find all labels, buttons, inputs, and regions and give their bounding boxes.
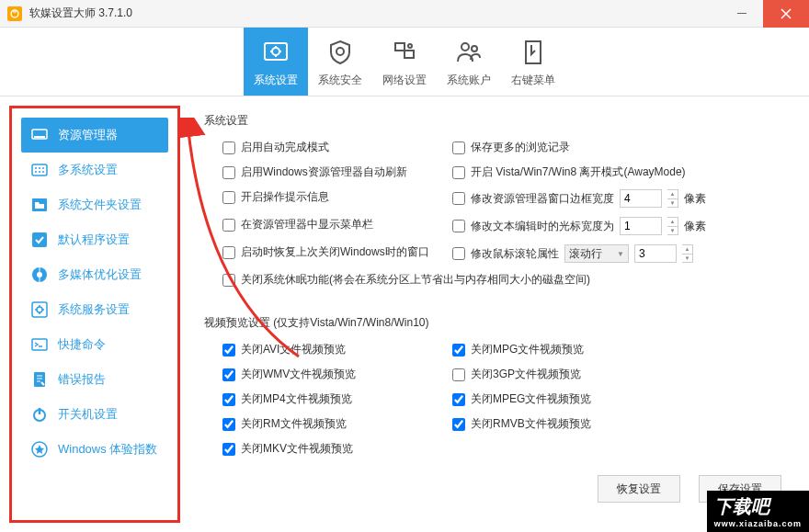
- chk-label: 修改鼠标滚轮属性: [471, 246, 559, 262]
- sidebar-item-label: 快捷命令: [58, 336, 106, 353]
- star-icon: [30, 440, 49, 458]
- sidebar-item-label: 系统服务设置: [58, 301, 130, 318]
- command-icon: [30, 335, 49, 354]
- grid-icon: [30, 161, 49, 179]
- sidebar-item-label: 多系统设置: [58, 162, 118, 178]
- tab-label: 网络设置: [382, 73, 427, 88]
- title-bar: 软媒设置大师 3.7.1.0: [0, 0, 809, 28]
- chk-show-menubar[interactable]: 在资源管理器中显示菜单栏: [222, 217, 452, 232]
- tab-network-settings[interactable]: 网络设置: [372, 28, 437, 96]
- sidebar-item-explorer[interactable]: 资源管理器: [21, 118, 168, 153]
- chk-label: 启用Windows资源管理器自动刷新: [241, 164, 407, 180]
- power-icon: [30, 405, 49, 424]
- tab-label: 系统账户: [447, 73, 491, 88]
- input-border-width[interactable]: [620, 189, 662, 208]
- app-title: 软媒设置大师 3.7.1.0: [29, 6, 132, 21]
- spinner[interactable]: ▲▼: [667, 189, 678, 208]
- sidebar-item-folders[interactable]: 系统文件夹设置: [21, 187, 168, 222]
- chk-mkv-preview[interactable]: 关闭MKV文件视频预览: [222, 441, 452, 457]
- sidebar-item-multimedia[interactable]: 多媒体优化设置: [21, 257, 168, 292]
- spinner[interactable]: ▲▼: [667, 217, 678, 235]
- svg-rect-4: [395, 43, 404, 51]
- app-logo: [7, 6, 22, 21]
- sidebar-item-shortcuts[interactable]: 快捷命令: [21, 327, 168, 362]
- chk-mp4-preview[interactable]: 关闭MP4文件视频预览: [222, 391, 452, 407]
- chk-wheel-props[interactable]: 修改鼠标滚轮属性: [452, 246, 559, 262]
- sidebar: 资源管理器 多系统设置 系统文件夹设置 默认程序设置 多媒体优化设置 系统服务设…: [9, 106, 180, 523]
- chk-label: 关闭系统休眠功能(将会在系统分区上节省出与内存相同大小的磁盘空间): [241, 272, 590, 288]
- network-icon: [390, 36, 419, 69]
- tab-context-menu[interactable]: 右键菜单: [501, 28, 565, 96]
- sidebar-item-services[interactable]: 系统服务设置: [21, 292, 168, 327]
- svg-rect-23: [32, 302, 47, 317]
- input-wheel-lines[interactable]: [634, 244, 677, 263]
- chk-label: 关闭WMV文件视频预览: [241, 367, 356, 382]
- close-button[interactable]: [763, 0, 809, 28]
- svg-point-18: [42, 171, 44, 173]
- tab-system-accounts[interactable]: 系统账户: [437, 28, 501, 96]
- section-title-system: 系统设置: [204, 113, 791, 129]
- svg-point-6: [408, 44, 412, 48]
- svg-point-14: [39, 167, 40, 169]
- chk-label: 关闭MP4文件视频预览: [241, 391, 352, 407]
- chk-save-more-history[interactable]: 保存更多的浏览记录: [452, 140, 570, 155]
- chk-label: 关闭AVI文件视频预览: [241, 342, 346, 357]
- chk-wmv-preview[interactable]: 关闭WMV文件视频预览: [222, 367, 452, 382]
- disc-icon: [30, 266, 49, 284]
- watermark: 下载吧 www.xiazaiba.com: [707, 491, 809, 532]
- minimize-button[interactable]: [721, 0, 763, 28]
- monitor-icon: [30, 126, 49, 144]
- sidebar-item-experience-index[interactable]: Windows 体验指数: [21, 432, 168, 467]
- chk-disable-hibernate[interactable]: 关闭系统休眠功能(将会在系统分区上节省出与内存相同大小的磁盘空间): [222, 272, 590, 288]
- chk-auto-refresh[interactable]: 启用Windows资源管理器自动刷新: [222, 164, 452, 180]
- chk-label: 修改文本编辑时的光标宽度为: [471, 219, 614, 234]
- svg-point-15: [42, 167, 44, 169]
- input-cursor-width[interactable]: [620, 217, 662, 235]
- report-icon: [30, 370, 49, 389]
- svg-point-16: [35, 171, 37, 173]
- svg-point-8: [472, 46, 477, 51]
- gear-icon: [261, 36, 291, 69]
- svg-point-13: [35, 167, 37, 169]
- sidebar-item-default-programs[interactable]: 默认程序设置: [21, 222, 168, 257]
- sidebar-item-label: 错误报告: [58, 371, 106, 388]
- chk-mpeg-preview[interactable]: 关闭MPEG文件视频预览: [452, 391, 591, 407]
- chk-cursor-width[interactable]: 修改文本编辑时的光标宽度为: [452, 219, 614, 234]
- sidebar-item-label: 开关机设置: [58, 406, 118, 423]
- chk-border-width[interactable]: 修改资源管理器窗口边框宽度: [452, 191, 614, 207]
- chk-label: 启用自动完成模式: [241, 140, 329, 155]
- select-wheel-mode[interactable]: 滚动行▼: [564, 244, 629, 263]
- tab-label: 右键菜单: [511, 73, 555, 88]
- sidebar-item-label: Windows 体验指数: [58, 441, 157, 458]
- tab-label: 系统设置: [254, 73, 298, 88]
- chk-label: 开启操作提示信息: [241, 189, 329, 205]
- chk-operation-tips[interactable]: 开启操作提示信息: [222, 189, 452, 205]
- tab-system-settings[interactable]: 系统设置: [244, 28, 308, 96]
- menu-icon: [518, 36, 548, 69]
- sidebar-item-multisystem[interactable]: 多系统设置: [21, 153, 168, 187]
- sidebar-item-label: 多媒体优化设置: [58, 266, 142, 283]
- chk-rm-preview[interactable]: 关闭RM文件视频预览: [222, 416, 452, 432]
- spinner[interactable]: ▲▼: [682, 244, 693, 263]
- chk-label: 关闭MPG文件视频预览: [471, 342, 584, 357]
- chk-3gp-preview[interactable]: 关闭3GP文件视频预览: [452, 367, 581, 382]
- chk-avi-preview[interactable]: 关闭AVI文件视频预览: [222, 342, 452, 357]
- sidebar-item-power[interactable]: 开关机设置: [21, 397, 168, 432]
- chk-label: 修改资源管理器窗口边框宽度: [471, 191, 614, 207]
- window-controls: [721, 0, 809, 28]
- chk-rmvb-preview[interactable]: 关闭RMVB文件视频预览: [452, 416, 591, 432]
- svg-rect-12: [32, 164, 47, 175]
- chk-away-mode[interactable]: 开启 Vista/Win7/Win8 离开模式(AwayMode): [452, 164, 686, 180]
- svg-point-22: [37, 272, 42, 277]
- restore-button[interactable]: 恢复设置: [598, 475, 680, 503]
- chk-autocomplete[interactable]: 启用自动完成模式: [222, 140, 452, 155]
- chk-mpg-preview[interactable]: 关闭MPG文件视频预览: [452, 342, 584, 357]
- chk-label: 开启 Vista/Win7/Win8 离开模式(AwayMode): [471, 164, 686, 180]
- chk-restore-windows[interactable]: 启动时恢复上次关闭Windows时的窗口: [222, 244, 452, 260]
- tab-label: 系统安全: [318, 73, 362, 88]
- svg-rect-5: [404, 51, 414, 58]
- sidebar-item-error-report[interactable]: 错误报告: [21, 362, 168, 397]
- shield-icon: [325, 36, 355, 69]
- svg-point-24: [37, 307, 42, 312]
- tab-system-security[interactable]: 系统安全: [308, 28, 372, 96]
